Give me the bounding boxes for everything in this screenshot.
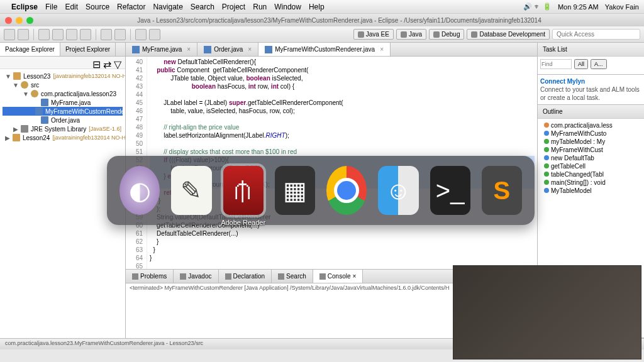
perspective-database-development[interactable]: Database Development [467, 29, 550, 40]
mylyn-heading: Connect Mylyn [540, 78, 585, 85]
view-tab-project-explorer[interactable]: Project Explorer [60, 43, 116, 56]
perspective-debug[interactable]: Debug [429, 29, 464, 40]
bottom-tab-problems[interactable]: Problems [126, 270, 174, 283]
app-switcher-textedit-icon[interactable]: ✎ [171, 166, 211, 215]
close-tab-icon[interactable]: × [187, 46, 191, 53]
app-switcher-eclipse-icon[interactable]: ◐ [119, 166, 160, 215]
window-titlebar: Java - Lesson23/src/com/practicaljava/le… [0, 14, 644, 26]
bottom-tab-search[interactable]: Search [272, 270, 313, 283]
debug-button[interactable] [38, 29, 50, 40]
menubar-user[interactable]: Yakov Fain [605, 3, 639, 11]
close-tab-icon[interactable]: × [380, 46, 384, 53]
close-window-button[interactable] [5, 17, 12, 24]
editor-tab[interactable]: MyFrameWithCustomRenderer.java× [258, 43, 391, 56]
task-list-tab[interactable]: Task List [543, 46, 567, 53]
menu-help[interactable]: Help [309, 3, 325, 11]
minimize-window-button[interactable] [16, 17, 23, 24]
app-menu[interactable]: Eclipse [11, 3, 38, 11]
new-class-button[interactable] [66, 29, 77, 40]
forward-button[interactable] [149, 29, 160, 40]
menu-search[interactable]: Search [191, 3, 214, 11]
mylyn-text: Connect to your task and ALM tools or cr… [540, 86, 640, 101]
collapse-all-icon[interactable]: ⊟ [92, 58, 101, 67]
task-find-input[interactable] [540, 59, 572, 69]
view-tab-package-explorer[interactable]: Package Explorer [0, 43, 60, 56]
menu-source[interactable]: Source [86, 3, 109, 11]
outline-item[interactable]: MyTableModel [540, 187, 641, 195]
menu-edit[interactable]: Edit [65, 3, 78, 11]
menu-window[interactable]: Window [274, 3, 301, 11]
menu-navigate[interactable]: Navigate [153, 3, 182, 11]
editor-tab[interactable]: Order.java× [197, 43, 258, 56]
app-switcher-adobe-icon[interactable]: ⫛Adobe Reader [223, 166, 264, 215]
menubar-wifi-icon[interactable]: 🔊 ᯤ 🔋 [523, 3, 552, 11]
outline-item[interactable]: com.practicaljava.less [540, 121, 641, 129]
outline-item[interactable]: getTableCell [540, 162, 641, 170]
new-package-button[interactable] [80, 29, 91, 40]
webcam-overlay [453, 265, 641, 359]
app-switcher-label: Adobe Reader [221, 219, 265, 226]
outline-item[interactable]: myTableModel : My [540, 138, 641, 146]
tree-item[interactable]: ▶Lesson24 [javatrainingfeb132014 NO-HEAD… [3, 133, 123, 142]
outline-item[interactable]: new DefaultTab [540, 154, 641, 162]
app-switcher-chrome-icon[interactable] [326, 166, 367, 215]
save-button[interactable] [18, 29, 29, 40]
search-button[interactable] [114, 29, 126, 40]
new-button[interactable] [4, 29, 15, 40]
outline-tab[interactable]: Outline [543, 108, 563, 115]
zoom-window-button[interactable] [26, 17, 33, 24]
tree-item[interactable]: ▼com.practicaljava.lesson23 [3, 89, 123, 98]
view-menu-icon[interactable]: ▽ [114, 58, 123, 67]
task-filter-activate-button[interactable]: A... [591, 59, 607, 69]
menu-refactor[interactable]: Refactor [117, 3, 145, 11]
macos-app-switcher[interactable]: ◐✎⫛Adobe Reader▦☺>_S [107, 156, 535, 225]
quick-access-input[interactable] [552, 29, 640, 40]
link-editor-icon[interactable]: ⇄ [103, 58, 112, 67]
outline-item[interactable]: tableChanged(Tabl [540, 170, 641, 178]
tree-item[interactable]: ▶JRE System Library [JavaSE-1.6] [3, 124, 123, 133]
bottom-tab-declaration[interactable]: Declaration [219, 270, 272, 283]
editor-tab[interactable]: MyFrame.java× [126, 43, 197, 56]
open-type-button[interactable] [101, 29, 112, 40]
outline-item[interactable]: main(String[]) : void [540, 178, 641, 187]
tree-item[interactable]: Order.java [3, 116, 123, 124]
app-switcher-terminal-icon[interactable]: >_ [430, 166, 470, 215]
outline-item[interactable]: MyFrameWithCust [540, 146, 641, 154]
task-filter-all-button[interactable]: All [574, 59, 588, 69]
back-button[interactable] [135, 29, 147, 40]
menubar-clock[interactable]: Mon 9:25 AM [558, 3, 599, 11]
menu-file[interactable]: File [45, 3, 57, 11]
menu-project[interactable]: Project [222, 3, 245, 11]
close-tab-icon[interactable]: × [248, 46, 252, 53]
perspective-java-ee[interactable]: Java EE [353, 29, 394, 40]
menu-run[interactable]: Run [253, 3, 267, 11]
tree-item[interactable]: ▼Lesson23 [javatrainingfeb132014 NO-HEAD… [3, 72, 123, 80]
tree-item[interactable]: MyFrameWithCustomRenderer.java [3, 107, 123, 116]
perspective-java[interactable]: Java [396, 29, 426, 40]
app-switcher-sublime-icon[interactable]: S [482, 166, 522, 215]
window-title: Java - Lesson23/src/com/practicaljava/le… [40, 17, 639, 24]
close-icon[interactable]: × [352, 273, 356, 280]
eclipse-toolbar: Java EEJavaDebugDatabase Development [0, 26, 644, 43]
app-switcher-finder-icon[interactable]: ☺ [378, 166, 418, 215]
bottom-tab-console[interactable]: Console × [313, 270, 364, 283]
run-button[interactable] [52, 29, 64, 40]
outline-item[interactable]: MyFrameWithCusto [540, 129, 641, 138]
bottom-tab-javadoc[interactable]: Javadoc [174, 270, 218, 283]
tree-item[interactable]: MyFrame.java [3, 98, 123, 107]
macos-menubar: Eclipse FileEditSourceRefactorNavigateSe… [0, 0, 644, 14]
tree-item[interactable]: ▼src [3, 80, 123, 89]
app-switcher-qt-icon[interactable]: ▦ [275, 166, 315, 215]
